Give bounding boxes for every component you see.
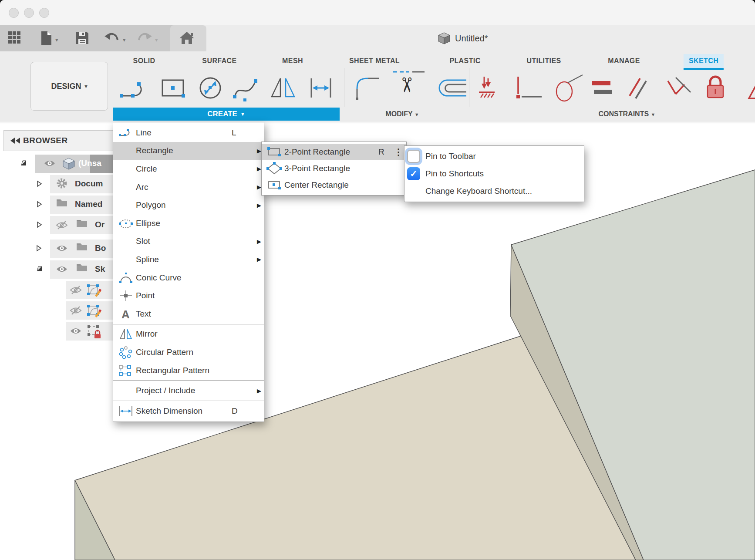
toolbar-mirror-icon[interactable]: [267, 73, 299, 105]
collapse-panel-icon[interactable]: [10, 137, 22, 144]
menu-item-label: Circle: [136, 164, 157, 174]
create-menu-item-circle[interactable]: Circle ▶: [113, 160, 264, 178]
browser-row-label: Docum: [75, 179, 103, 189]
home-icon[interactable]: [179, 30, 195, 45]
conic-icon: [118, 271, 134, 285]
pin-menu-item-pin-to-shortcuts[interactable]: ✓ Pin to Shortcuts: [404, 165, 584, 182]
zoom-window-button[interactable]: [39, 8, 49, 18]
create-menu-item-arc[interactable]: Arc ▶: [113, 178, 264, 196]
create-menu-item-text[interactable]: A Text: [113, 305, 264, 323]
expander-collapsed-icon[interactable]: [36, 200, 43, 208]
create-menu-item-sketch-dimension[interactable]: Sketch Dimension D: [113, 402, 264, 420]
submenu-arrow-icon: ▶: [252, 202, 261, 209]
create-menu-item-line[interactable]: Line L: [113, 124, 264, 142]
svg-text:A: A: [121, 308, 130, 320]
save-icon[interactable]: [75, 30, 90, 45]
toolbar-trim-icon[interactable]: ✂: [391, 71, 423, 102]
expander-collapsed-icon[interactable]: [35, 244, 42, 252]
grid-menu-icon[interactable]: [7, 30, 21, 44]
expander-collapsed-icon[interactable]: [36, 221, 43, 229]
toolbar-line-icon[interactable]: [117, 73, 148, 105]
toolbar-fillet-icon[interactable]: [351, 73, 382, 105]
eye-visible-icon[interactable]: [70, 327, 82, 335]
constraints-section-header[interactable]: CONSTRAINTS ▼: [599, 108, 656, 121]
redo-icon[interactable]: [137, 30, 153, 45]
tab-surface[interactable]: SURFACE: [197, 54, 242, 68]
eye-hidden-icon[interactable]: [56, 220, 68, 230]
eye-visible-icon[interactable]: [56, 265, 68, 273]
pin-menu-item-change-keyboard-shortcut-[interactable]: Change Keyboard Shortcut...: [404, 182, 584, 200]
create-menu-item-project-include[interactable]: Project / Include ▶: [113, 381, 264, 400]
create-menu-item-point[interactable]: Point: [113, 287, 264, 305]
toolbar-circle-icon[interactable]: [195, 73, 226, 105]
toolbar-spline-icon[interactable]: [230, 73, 262, 105]
browser-header[interactable]: BROWSER: [3, 130, 115, 151]
chevron-down-icon: ▼: [415, 112, 419, 117]
create-menu-item-slot[interactable]: Slot ▶: [113, 233, 264, 251]
tab-sketch[interactable]: SKETCH: [684, 54, 724, 70]
create-menu-item-circular-pattern[interactable]: Circular Pattern: [113, 343, 264, 361]
browser-row-label: (Unsa: [78, 159, 101, 168]
coincident-constraint-icon[interactable]: [474, 73, 505, 105]
close-window-button[interactable]: [9, 8, 19, 18]
create-menu-item-conic-curve[interactable]: Conic Curve: [113, 269, 264, 287]
tab-mesh[interactable]: MESH: [277, 54, 308, 68]
file-dropdown-caret[interactable]: ▾: [55, 37, 58, 43]
create-menu-item-polygon[interactable]: Polygon ▶: [113, 196, 264, 214]
undo-dropdown-caret[interactable]: ▾: [123, 37, 126, 43]
submenu-arrow-icon: ▶: [252, 184, 261, 190]
midpoint-constraint-icon[interactable]: [663, 73, 694, 105]
submenu-item-2-point-rectangle[interactable]: 2-Point Rectangle R ⋮: [262, 144, 406, 160]
three-point-rect-icon: [266, 162, 283, 175]
center-rect-icon: [266, 178, 283, 192]
toolbar-rectangle-icon[interactable]: [157, 73, 189, 105]
symmetry-constraint-icon[interactable]: [743, 73, 755, 105]
create-menu-item-ellipse[interactable]: Ellipse: [113, 214, 264, 233]
undo-icon[interactable]: [104, 30, 119, 45]
equal-constraint-icon[interactable]: [589, 73, 620, 105]
tab-utilities[interactable]: UTILITIES: [521, 54, 566, 68]
eye-visible-icon[interactable]: [56, 244, 68, 253]
checkbox-spacer: [407, 185, 420, 198]
checkbox-unchecked-icon[interactable]: [407, 150, 420, 163]
tab-sheet-metal[interactable]: SHEET METAL: [344, 54, 405, 68]
fusion-window: ▾ ▾ ▾ Untitled* DESIGN: [0, 0, 755, 560]
eye-hidden-icon[interactable]: [70, 306, 82, 315]
expander-expanded-icon[interactable]: [20, 159, 27, 167]
create-menu-item-spline[interactable]: Spline ▶: [113, 250, 264, 269]
document-tab[interactable]: Untitled*: [438, 25, 488, 51]
minimize-window-button[interactable]: [24, 8, 34, 18]
chevron-down-icon: ▼: [651, 112, 656, 117]
file-icon[interactable]: [39, 30, 53, 46]
toolbar-offset-icon[interactable]: [431, 73, 463, 105]
eye-hidden-icon[interactable]: [70, 285, 82, 295]
create-menu-item-rectangle[interactable]: Rectangle ▶: [113, 142, 264, 160]
create-section-header[interactable]: CREATE ▼: [113, 108, 340, 121]
menu-item-label: Pin to Toolbar: [425, 152, 476, 161]
eye-visible-icon[interactable]: [44, 159, 56, 168]
tab-plastic[interactable]: PLASTIC: [444, 54, 485, 68]
menu-item-label: Mirror: [136, 329, 158, 339]
modify-section-header[interactable]: MODIFY ▼: [385, 108, 419, 121]
overflow-menu-icon[interactable]: ⋮: [394, 147, 404, 157]
toolbar-dimension-icon[interactable]: [305, 73, 337, 105]
design-workspace-selector[interactable]: DESIGN ▾: [30, 62, 108, 111]
redo-dropdown-caret[interactable]: ▾: [155, 37, 158, 43]
pin-menu-item-pin-to-toolbar[interactable]: Pin to Toolbar: [404, 148, 584, 165]
tab-solid[interactable]: SOLID: [128, 54, 161, 68]
menu-item-label: Line: [136, 128, 152, 138]
vertical-horizontal-constraint-icon[interactable]: [511, 73, 543, 105]
create-menu-item-mirror[interactable]: Mirror: [113, 325, 264, 344]
fix-constraint-icon[interactable]: [701, 73, 733, 105]
rectangle-submenu: 2-Point Rectangle R ⋮ 3-Point Rectangle …: [261, 142, 407, 196]
submenu-item-center-rectangle[interactable]: Center Rectangle: [262, 177, 406, 193]
expander-expanded-icon[interactable]: [36, 265, 43, 273]
line-icon: [118, 126, 134, 140]
checkbox-checked-icon[interactable]: ✓: [407, 167, 420, 180]
submenu-item-3-point-rectangle[interactable]: 3-Point Rectangle: [262, 160, 406, 177]
create-menu-item-rectangular-pattern[interactable]: Rectangular Pattern: [113, 361, 264, 380]
tab-manage[interactable]: MANAGE: [603, 54, 645, 68]
expander-collapsed-icon[interactable]: [36, 180, 43, 188]
tangent-constraint-icon[interactable]: [550, 73, 582, 105]
parallel-constraint-icon[interactable]: [624, 73, 655, 105]
